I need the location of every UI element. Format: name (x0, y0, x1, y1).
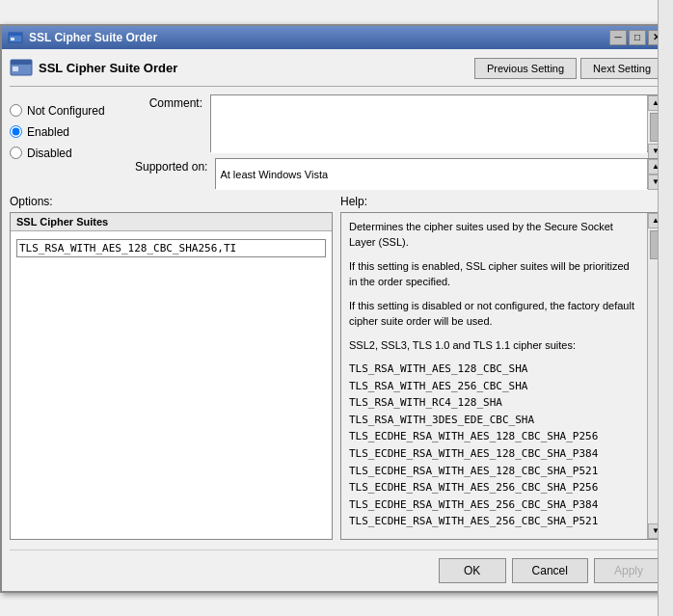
right-section: Comment: ▲ ▼ Supported on: (135, 94, 663, 189)
supported-label: Supported on: (135, 158, 207, 174)
enabled-radio[interactable] (10, 125, 22, 138)
help-subheading: SSL2, SSL3, TLS 1.0 and TLS 1.1 cipher s… (349, 337, 639, 354)
footer-buttons: OK Cancel Apply (10, 549, 663, 583)
options-section: Options: SSL Cipher Suites (10, 195, 333, 540)
comment-label: Comment: (135, 94, 202, 110)
window-title: SSL Cipher Suite Order (29, 31, 157, 44)
maximize-button[interactable]: □ (629, 30, 646, 45)
minimize-button[interactable]: ─ (609, 30, 627, 45)
options-label: Options: (10, 195, 333, 208)
supported-row: Supported on: At least Windows Vista ▲ ▼ (135, 158, 663, 189)
comment-area: Comment: ▲ ▼ (135, 94, 663, 152)
help-section: Help: Determines the cipher suites used … (340, 195, 663, 540)
help-text-area: Determines the cipher suites used by the… (341, 213, 647, 539)
cipher-input[interactable] (16, 239, 326, 257)
nav-buttons: Previous Setting Next Setting (474, 58, 663, 79)
options-help-row: Options: SSL Cipher Suites Help: (10, 195, 663, 540)
not-configured-radio[interactable] (10, 104, 22, 117)
config-section: Not Configured Enabled Disabled Comment: (10, 94, 663, 189)
header-title: SSL Cipher Suite Order (39, 61, 177, 75)
disabled-radio[interactable] (10, 147, 22, 159)
ok-button[interactable]: OK (439, 558, 506, 583)
svg-rect-1 (9, 33, 22, 36)
cipher-list-item: TLS_RSA_WITH_AES_256_CBC_SHA (349, 378, 639, 395)
help-paragraph-1: Determines the cipher suites used by the… (349, 219, 639, 251)
title-bar-left: SSL Cipher Suite Order (8, 30, 157, 45)
cipher-list-item: TLS_ECDHE_RSA_WITH_AES_128_CBC_SHA_P256 (349, 428, 639, 445)
help-paragraph-3: If this setting is disabled or not confi… (349, 298, 639, 330)
cipher-list-item: TLS_ECDHE_RSA_WITH_AES_256_CBC_SHA_P384 (349, 496, 639, 514)
comment-textarea[interactable] (211, 95, 647, 153)
header-icon (10, 57, 33, 80)
radio-group: Not Configured Enabled Disabled (10, 94, 135, 189)
disabled-option[interactable]: Disabled (10, 147, 135, 160)
enabled-label: Enabled (27, 125, 69, 139)
next-setting-button[interactable]: Next Setting (580, 58, 663, 79)
header-title-area: SSL Cipher Suite Order (10, 57, 474, 80)
help-paragraph-2: If this setting is enabled, SSL cipher s… (349, 258, 639, 290)
not-configured-option[interactable]: Not Configured (10, 104, 135, 118)
supported-value: At least Windows Vista (216, 159, 647, 190)
svg-rect-4 (11, 60, 32, 65)
enabled-option[interactable]: Enabled (10, 125, 135, 139)
options-scrollbar[interactable] (658, 0, 673, 616)
apply-button[interactable]: Apply (594, 558, 663, 583)
window-icon (8, 30, 23, 45)
cipher-list-item: TLS_ECDHE_RSA_WITH_AES_256_CBC_SHA_P256 (349, 479, 639, 496)
cipher-list-item: TLS_RSA_WITH_AES_128_CBC_SHA (349, 361, 639, 378)
ssl-cipher-suites-header: SSL Cipher Suites (11, 213, 332, 231)
header-row: SSL Cipher Suite Order Previous Setting … (10, 57, 663, 87)
cipher-list-item: TLS_ECDHE_RSA_WITH_AES_128_CBC_SHA_P521 (349, 463, 639, 480)
svg-rect-5 (13, 67, 18, 71)
help-label: Help: (340, 195, 663, 208)
cipher-list-item: TLS_RSA_WITH_RC4_128_SHA (349, 394, 639, 412)
cipher-list: TLS_RSA_WITH_AES_128_CBC_SHATLS_RSA_WITH… (349, 361, 639, 530)
title-bar: SSL Cipher Suite Order ─ □ ✕ (2, 26, 671, 49)
cipher-list-item: TLS_ECDHE_RSA_WITH_AES_256_CBC_SHA_P521 (349, 513, 639, 530)
window-body: SSL Cipher Suite Order Previous Setting … (2, 49, 671, 591)
svg-rect-2 (11, 38, 14, 40)
cipher-list-item: TLS_ECDHE_RSA_WITH_AES_128_CBC_SHA_P384 (349, 445, 639, 463)
cipher-list-item: TLS_RSA_WITH_3DES_EDE_CBC_SHA (349, 412, 639, 429)
previous-setting-button[interactable]: Previous Setting (474, 58, 577, 79)
cancel-button[interactable]: Cancel (512, 558, 588, 583)
main-window: SSL Cipher Suite Order ─ □ ✕ SSL Cipher … (0, 24, 673, 593)
not-configured-label: Not Configured (27, 104, 105, 118)
disabled-label: Disabled (27, 147, 72, 160)
